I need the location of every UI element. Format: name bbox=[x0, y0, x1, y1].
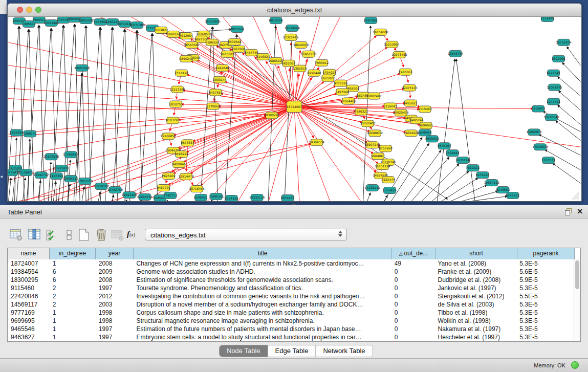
graph-node[interactable]: 9756928 bbox=[379, 145, 393, 152]
graph-node[interactable]: 1589141 bbox=[23, 130, 37, 137]
graph-node[interactable]: 17957253 bbox=[77, 178, 93, 185]
graph-node[interactable]: 6497568 bbox=[335, 89, 349, 95]
graph-node[interactable]: 2935114 bbox=[456, 157, 470, 164]
graph-node[interactable]: 12325419 bbox=[283, 34, 299, 40]
graph-node[interactable]: 2718126 bbox=[175, 70, 188, 76]
graph-node[interactable]: 10975857 bbox=[54, 165, 70, 172]
graph-node[interactable]: 9409946 bbox=[172, 161, 186, 168]
graph-node[interactable]: 8471626 bbox=[476, 172, 490, 179]
column-header-in_degree[interactable]: in_degree bbox=[50, 248, 96, 259]
graph-node[interactable]: 1621022 bbox=[321, 75, 335, 81]
graph-node[interactable]: 19654923 bbox=[403, 130, 419, 137]
graph-node[interactable]: 1810755 bbox=[169, 101, 183, 107]
graph-node[interactable]: 9878334 bbox=[181, 140, 194, 146]
graph-node[interactable]: 12505115 bbox=[63, 176, 79, 182]
graph-node[interactable]: 16210643 bbox=[543, 114, 559, 121]
graph-node[interactable]: 9777169 bbox=[334, 80, 347, 86]
graph-node[interactable]: 12923468 bbox=[122, 192, 138, 199]
graph-node[interactable]: 1112475 bbox=[540, 17, 554, 21]
graph-node[interactable]: 9809546 bbox=[228, 38, 242, 45]
graph-node[interactable]: 9215955 bbox=[531, 105, 545, 112]
graph-node[interactable]: 8103791 bbox=[166, 117, 180, 124]
graph-node[interactable]: 7485063 bbox=[399, 69, 412, 75]
graph-node[interactable]: 16671385 bbox=[129, 21, 145, 28]
delete-column-icon[interactable] bbox=[94, 228, 108, 242]
graph-node[interactable]: 6879197 bbox=[438, 143, 451, 149]
graph-node[interactable]: 11156809 bbox=[18, 169, 34, 176]
graph-node[interactable]: 8245612 bbox=[506, 192, 520, 199]
graph-node[interactable]: 17016534 bbox=[532, 144, 548, 150]
graph-node[interactable]: 16914479 bbox=[178, 173, 194, 180]
graph-node[interactable]: 12213967 bbox=[384, 41, 400, 48]
graph-node[interactable]: 1167533 bbox=[541, 157, 555, 164]
graph-node[interactable]: 9329966 bbox=[552, 55, 565, 62]
graph-node[interactable]: 7857224 bbox=[230, 26, 244, 32]
function-builder-icon[interactable]: f(x) bbox=[127, 230, 141, 244]
graph-node[interactable]: 10854112 bbox=[484, 180, 500, 186]
graph-node[interactable]: 9463627 bbox=[404, 100, 418, 106]
graph-node[interactable]: 8186328 bbox=[205, 39, 219, 46]
graph-node[interactable]: 9674283 bbox=[281, 195, 295, 201]
window-titlebar[interactable]: citations_edges.txt bbox=[8, 4, 581, 17]
graph-node[interactable]: 16782759 bbox=[107, 187, 123, 193]
column-header-name[interactable]: name bbox=[8, 248, 50, 259]
memory-ok-indicator[interactable] bbox=[571, 361, 579, 369]
select-rows-icon[interactable] bbox=[45, 228, 59, 242]
tab-node-table[interactable]: Node Table bbox=[220, 345, 268, 357]
network-view-window[interactable]: citations_edges.txt 20553271905572790551… bbox=[7, 3, 582, 202]
graph-node[interactable]: 19892971 bbox=[527, 129, 542, 136]
graph-node[interactable]: 2526650 bbox=[10, 129, 24, 136]
column-header-out_de[interactable]: △out_de... bbox=[392, 248, 435, 259]
graph-node[interactable]: 9875685 bbox=[221, 51, 234, 57]
graph-node[interactable]: 8427552 bbox=[209, 89, 223, 96]
graph-node[interactable]: 8938923 bbox=[425, 136, 439, 142]
graph-node[interactable]: 14136141 bbox=[364, 185, 380, 191]
table-row[interactable]: 911546021997Tourette syndrome. Phenomeno… bbox=[8, 284, 574, 292]
graph-node[interactable]: 16543382 bbox=[184, 41, 200, 48]
graph-node[interactable]: 12664511 bbox=[137, 194, 153, 201]
graph-node[interactable]: 8594125 bbox=[225, 195, 238, 201]
graph-node[interactable]: 9699695 bbox=[419, 122, 433, 129]
table-row[interactable]: 1938455462009Genome-wide association stu… bbox=[8, 268, 574, 276]
column-header-year[interactable]: year bbox=[96, 248, 134, 259]
graph-node[interactable]: 18300295 bbox=[264, 112, 280, 119]
graph-node[interactable]: 15720407 bbox=[360, 120, 376, 127]
graph-node[interactable]: 9498222 bbox=[175, 151, 188, 158]
graph-node[interactable]: 17359924 bbox=[63, 151, 79, 158]
graph-node[interactable]: 12975115 bbox=[402, 84, 418, 91]
graph-node[interactable]: 19218506 bbox=[285, 25, 300, 31]
graph-node[interactable]: 16648784 bbox=[448, 50, 464, 57]
graph-node[interactable]: 20206526 bbox=[43, 154, 59, 160]
graph-node[interactable]: 9890248 bbox=[179, 55, 193, 62]
graph-node[interactable]: 20364486 bbox=[341, 98, 357, 104]
graph-node[interactable]: 8990448 bbox=[308, 70, 321, 76]
new-table-icon[interactable] bbox=[77, 228, 91, 242]
graph-node[interactable]: 19166852 bbox=[160, 133, 176, 140]
graph-node[interactable]: 16033809 bbox=[205, 18, 221, 25]
graph-node[interactable]: 9457791 bbox=[157, 185, 170, 191]
float-panel-icon[interactable] bbox=[565, 208, 572, 215]
graph-node[interactable]: 1362615 bbox=[293, 65, 307, 72]
tab-edge-table[interactable]: Edge Table bbox=[268, 345, 316, 357]
graph-node[interactable]: 7663822 bbox=[154, 27, 168, 33]
table-selector-dropdown[interactable]: citations_edges.txt bbox=[145, 229, 347, 240]
graph-node[interactable]: 1244413 bbox=[547, 98, 560, 105]
graph-node[interactable]: 7832621 bbox=[466, 165, 480, 171]
graph-node[interactable]: 12093872 bbox=[547, 84, 562, 91]
graph-node[interactable]: 1733426 bbox=[383, 187, 397, 194]
table-row[interactable]: 1456911722003Disruption of a novel membe… bbox=[8, 300, 574, 309]
table-settings-icon[interactable] bbox=[9, 228, 24, 242]
graph-node[interactable]: 7986322 bbox=[354, 108, 368, 115]
graph-node[interactable]: 10807487 bbox=[366, 93, 382, 99]
graph-node[interactable]: 1170066 bbox=[206, 103, 220, 110]
row-height-icon[interactable] bbox=[62, 228, 77, 242]
graph-node[interactable]: 1640954 bbox=[418, 129, 432, 136]
graph-node[interactable]: 15751874 bbox=[556, 39, 572, 46]
graph-node[interactable]: 16961758 bbox=[301, 51, 317, 57]
graph-node[interactable]: 9246421 bbox=[194, 194, 208, 201]
graph-node[interactable]: 3915941 bbox=[8, 169, 18, 176]
column-header-pagerank[interactable]: pagerank bbox=[517, 248, 575, 259]
graph-node[interactable]: 16907249 bbox=[364, 142, 380, 148]
graph-node[interactable]: 9115460 bbox=[418, 106, 432, 113]
graph-node[interactable]: 16154808 bbox=[373, 29, 388, 35]
